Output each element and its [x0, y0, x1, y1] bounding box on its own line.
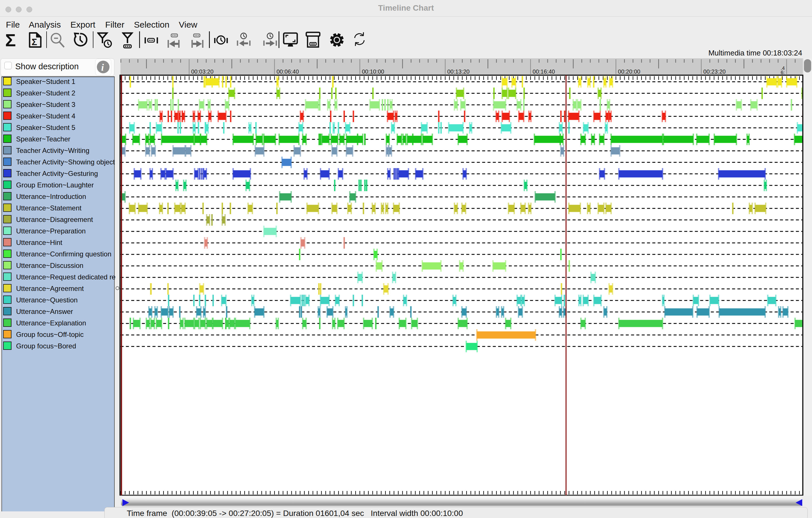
svg-text:00:20:00: 00:20:00 [618, 68, 640, 75]
svg-text:Σ: Σ [32, 37, 37, 47]
svg-text:00:10:00: 00:10:00 [362, 68, 384, 75]
svg-text:00:16:40: 00:16:40 [532, 68, 555, 75]
svg-text:00:13:20: 00:13:20 [447, 68, 470, 75]
svg-text:00:03:20: 00:03:20 [191, 68, 213, 75]
svg-text:6:: 6: [781, 70, 785, 75]
svg-text:00:23:20: 00:23:20 [703, 68, 726, 75]
svg-text:00:06:40: 00:06:40 [277, 68, 299, 75]
svg-text:Σ: Σ [5, 31, 16, 48]
